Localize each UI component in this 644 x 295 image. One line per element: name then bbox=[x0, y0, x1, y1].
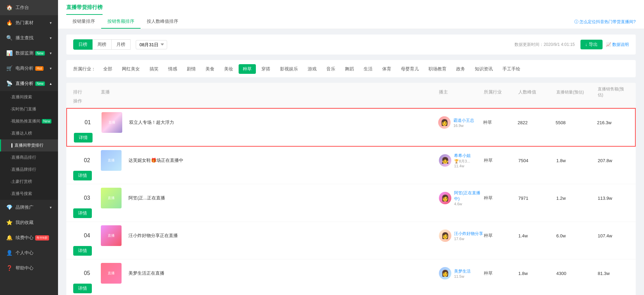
streamer-name[interactable]: 美梦生活 bbox=[454, 268, 471, 274]
col-sales-vol: 直播销量(预估) bbox=[556, 89, 598, 95]
industry-tag-zhichang[interactable]: 职场教育 bbox=[424, 64, 451, 74]
industry-tag-muyingyuer[interactable]: 母婴育儿 bbox=[397, 64, 423, 74]
date-select[interactable]: 08月31日 bbox=[136, 40, 167, 49]
industry-tag-yinyue[interactable]: 音乐 bbox=[322, 64, 339, 74]
sidebar-item-data-monitor[interactable]: 📊 数据监测 New ▾ bbox=[0, 46, 58, 61]
industry-tag-qinggan[interactable]: 情感 bbox=[164, 64, 181, 74]
sidebar-item-label: 工作台 bbox=[16, 4, 29, 11]
sidebar-item-my-collection[interactable]: ⭐ 我的收藏 bbox=[0, 215, 58, 230]
detail-button[interactable]: 详情 bbox=[73, 284, 92, 293]
sidebar-item-brand-promo[interactable]: 💎 品牌推广 ▾ bbox=[0, 200, 58, 215]
sidebar-item-talent-award[interactable]: · 土豪打赏榜 bbox=[0, 176, 58, 188]
sidebar-item-live-product[interactable]: · 直播商品排行 bbox=[0, 151, 58, 164]
main-content: 直播带货排行榜 按销量排序 按销售额排序 按人数峰值排序 ⓘ 怎么定位抖音热门带… bbox=[58, 0, 644, 295]
sidebar-item-ecom-analysis[interactable]: 🛒 电商分析 Hot ▾ bbox=[0, 61, 58, 76]
industry-tag-zhishi[interactable]: 知识资讯 bbox=[471, 64, 497, 74]
search-icon: 🔍 bbox=[6, 35, 13, 41]
live-thumbnail: 直播 bbox=[101, 263, 122, 284]
sidebar-item-label: 电商分析 bbox=[16, 65, 33, 71]
avatar: 👩 bbox=[439, 192, 451, 204]
industry-tag-juqing[interactable]: 剧情 bbox=[183, 64, 200, 74]
period-btn-weekly[interactable]: 周榜 bbox=[92, 39, 112, 50]
detail-button[interactable]: 详情 bbox=[74, 133, 93, 142]
rank-number: 02 bbox=[73, 157, 101, 164]
question-icon: ⓘ bbox=[574, 19, 579, 24]
sales-amount: 216.3w bbox=[597, 120, 628, 125]
new-badge: New bbox=[42, 119, 51, 124]
industry-tag-meizhuang[interactable]: 美妆 bbox=[220, 64, 237, 74]
col-streamer: 播主 bbox=[439, 89, 484, 95]
industry-tag-shougong[interactable]: 手工手绘 bbox=[498, 64, 525, 74]
sidebar-item-fee-center[interactable]: 🔔 续费中心 年付6折 bbox=[0, 230, 58, 245]
tab-peak-viewers[interactable]: 按人数峰值排序 bbox=[141, 15, 184, 29]
detail-button[interactable]: 详情 bbox=[73, 246, 92, 256]
industry-tag-wanghong[interactable]: 网红美女 bbox=[118, 64, 144, 74]
sidebar-item-label: 我的收藏 bbox=[16, 219, 33, 226]
sales-volume: 6.0w bbox=[556, 233, 598, 238]
peak-viewers: 1.4w bbox=[518, 233, 556, 238]
sidebar-item-video-hot[interactable]: · 视频热推直播间 New bbox=[0, 115, 58, 127]
data-explain-link[interactable]: 📈 数据说明 bbox=[606, 42, 629, 48]
industry-tag-wudao[interactable]: 舞蹈 bbox=[341, 64, 358, 74]
industry-tag-gaoxiao[interactable]: 搞笑 bbox=[145, 64, 163, 74]
sidebar-item-label: 续费中心 bbox=[16, 235, 33, 241]
rank-number: 05 bbox=[73, 270, 101, 276]
detail-button[interactable]: 详情 bbox=[73, 171, 92, 180]
help-link[interactable]: ⓘ 怎么定位抖音热门带货直播间? bbox=[574, 16, 636, 28]
peak-viewers: 7971 bbox=[518, 196, 556, 201]
tab-sales-amount[interactable]: 按销售额排序 bbox=[101, 15, 141, 29]
industry-tag-tiyu[interactable]: 体育 bbox=[378, 64, 395, 74]
streamer-fans: 16.9w bbox=[453, 124, 474, 128]
sidebar-item-live-hot[interactable]: · 实时热门直播 bbox=[0, 103, 58, 115]
industry-tag-all[interactable]: 全部 bbox=[99, 64, 116, 74]
chevron-icon: ▾ bbox=[50, 51, 52, 56]
live-thumbnail: 直播 bbox=[101, 188, 122, 208]
period-btn-daily[interactable]: 日榜 bbox=[73, 39, 93, 50]
sidebar-item-label: 热门素材 bbox=[16, 20, 33, 26]
live-cell: 直播 达芙妮女鞋🎁场正在直播中 bbox=[101, 150, 239, 171]
streamer-fans-extra: 🏆8月3... bbox=[454, 159, 471, 164]
period-btn-monthly[interactable]: 月榜 bbox=[111, 39, 131, 50]
streamer-name[interactable]: 希希小姐 bbox=[454, 153, 471, 159]
streamer-info: 👩 霸道小王总 16.9w bbox=[438, 116, 483, 129]
table-row: 01 直播 双立人专场！超大浮力 👩 霸道小王总 16.9w 种草 2822 bbox=[66, 108, 636, 147]
action-cell: 详情 bbox=[73, 208, 101, 218]
live-thumbnail: 直播 bbox=[101, 225, 122, 246]
avatar: 👧 bbox=[439, 154, 451, 167]
streamer-name[interactable]: 霸道小王总 bbox=[453, 118, 474, 124]
tab-sales-volume[interactable]: 按销量排序 bbox=[66, 15, 101, 29]
export-button[interactable]: ↓ 导出 bbox=[580, 40, 603, 49]
industry-tag-zhengwu[interactable]: 政务 bbox=[452, 64, 469, 74]
table-row: 04 直播 汪小炸好物分享正在直播 👩 汪小炸好物分享 17.6w 种草 1 bbox=[66, 222, 636, 259]
sidebar-item-streamer-search[interactable]: 🔍 播主查找 ▾ bbox=[0, 30, 58, 46]
detail-button[interactable]: 详情 bbox=[73, 208, 92, 218]
industry-tag-youxi[interactable]: 游戏 bbox=[304, 64, 321, 74]
sales-amount: 81.3w bbox=[598, 271, 629, 276]
sidebar-item-live-num-search[interactable]: · 直播号搜索 bbox=[0, 188, 58, 200]
sidebar-item-live-brand[interactable]: · 直播品牌排行 bbox=[0, 164, 58, 176]
streamer-info: 👩 汪小炸好物分享 17.6w bbox=[439, 229, 484, 242]
sales-amount: 207.8w bbox=[598, 158, 629, 163]
sidebar-item-help[interactable]: ❓ 帮助中心 bbox=[0, 260, 58, 276]
streamer-name[interactable]: 汪小炸好物分享 bbox=[454, 231, 483, 237]
live-thumbnail: 直播 bbox=[101, 150, 122, 171]
streamer-name[interactable]: 阿笠(正在直播中) bbox=[454, 190, 484, 202]
new-badge: New bbox=[35, 51, 45, 56]
industry-tag-meishi[interactable]: 美食 bbox=[201, 64, 219, 74]
sidebar-item-live-analysis[interactable]: 📡 直播分析 New ▴ bbox=[0, 76, 58, 91]
sidebar-item-workbench[interactable]: 🏠 工作台 bbox=[0, 0, 58, 15]
col-live: 直播 bbox=[101, 89, 239, 95]
industry-tag-chuanda[interactable]: 穿搭 bbox=[257, 64, 275, 74]
streamer-fans: 11.5w bbox=[454, 274, 471, 278]
industry-cell: 种草 bbox=[483, 119, 518, 126]
sidebar-item-live-search[interactable]: · 直播间搜索 bbox=[0, 91, 58, 103]
sidebar-item-personal[interactable]: 👤 个人中心 bbox=[0, 245, 58, 260]
table-row: 02 直播 达芙妮女鞋🎁场正在直播中 👧 希希小姐 🏆8月3... bbox=[66, 147, 636, 184]
sidebar-item-hot-material[interactable]: 🔥 热门素材 ▾ bbox=[0, 15, 58, 30]
sidebar-item-live-talent[interactable]: · 直播达人榜 bbox=[0, 127, 58, 139]
industry-tag-zhongcao[interactable]: 种草 bbox=[239, 64, 256, 74]
industry-tag-shenghuo[interactable]: 生活 bbox=[359, 64, 377, 74]
industry-tag-yingshi[interactable]: 影视娱乐 bbox=[276, 64, 302, 74]
streamer-info: 👧 希希小姐 🏆8月3... 11.4w bbox=[439, 153, 484, 168]
sidebar-item-live-goods[interactable]: 直播间带货排行 bbox=[0, 139, 58, 151]
